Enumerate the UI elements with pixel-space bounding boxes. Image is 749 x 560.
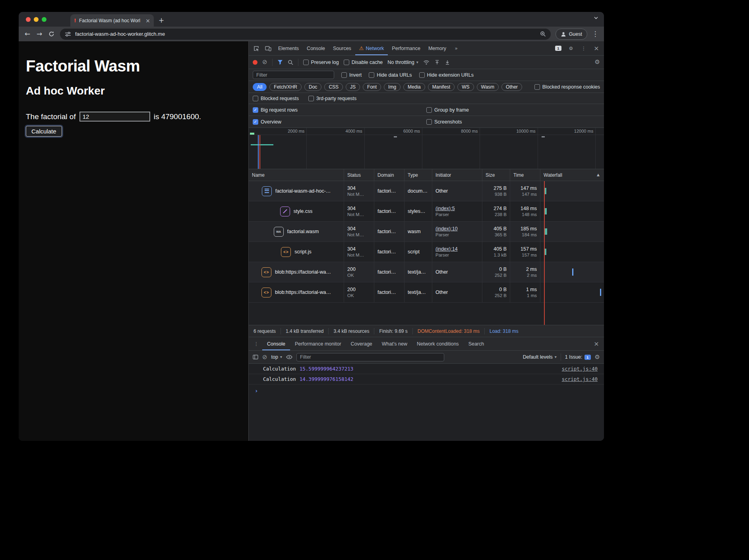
filter-chip-font[interactable]: Font — [363, 83, 381, 91]
clear-console-icon[interactable] — [262, 354, 267, 360]
site-settings-icon[interactable] — [65, 31, 71, 37]
live-expression-eye-icon[interactable] — [286, 355, 292, 359]
table-row[interactable]: script.js 304 Not M… factori… script (in… — [249, 242, 604, 262]
table-row[interactable]: factorial-wasm-ad-hoc-… 304 Not M… facto… — [249, 181, 604, 201]
url-text[interactable]: factorial-wasm-ad-hoc-worker.glitch.me — [75, 31, 536, 37]
drawer-tab-network-conditions[interactable]: Network conditions — [412, 337, 464, 350]
devtools-close-icon[interactable] — [590, 42, 602, 54]
browser-menu-button[interactable] — [590, 29, 601, 40]
export-har-icon[interactable] — [445, 60, 450, 65]
tab-elements[interactable]: Elements — [274, 41, 303, 55]
devtools-settings-icon[interactable] — [565, 42, 577, 54]
network-overview-timeline[interactable]: 2000 ms 4000 ms 6000 ms 8000 ms 10000 ms… — [249, 128, 604, 169]
more-tabs-icon[interactable] — [450, 42, 462, 54]
table-row[interactable]: style.css 304 Not M… factori… styles… (i… — [249, 201, 604, 222]
group-by-frame-checkbox[interactable]: Group by frame — [426, 107, 600, 113]
filter-chip-img[interactable]: Img — [384, 83, 401, 91]
column-header-status[interactable]: Status — [344, 169, 374, 181]
filter-chip-ws[interactable]: WS — [457, 83, 474, 91]
message-source-link[interactable]: script.js:40 — [562, 366, 598, 372]
console-filter-input[interactable] — [296, 353, 444, 361]
table-row[interactable]: blob:https://factorial-wa… 200 OK factor… — [249, 282, 604, 303]
console-prompt[interactable] — [249, 384, 604, 394]
issues-link[interactable]: 1 Issue: 1 — [565, 354, 591, 360]
blocked-response-cookies-checkbox[interactable]: Blocked response cookies — [534, 84, 600, 90]
drawer-close-icon[interactable] — [590, 338, 602, 350]
filter-chip-css[interactable]: CSS — [324, 83, 343, 91]
filter-funnel-icon[interactable] — [277, 60, 283, 65]
table-row[interactable]: factorial.wasm 304 Not M… factori… wasm … — [249, 222, 604, 242]
column-header-type[interactable]: Type — [404, 169, 432, 181]
search-icon[interactable] — [288, 60, 293, 65]
column-header-time[interactable]: Time — [510, 169, 540, 181]
filter-chip-all[interactable]: All — [253, 83, 267, 91]
filter-chip-media[interactable]: Media — [403, 83, 425, 91]
hide-data-urls-checkbox[interactable]: Hide data URLs — [369, 72, 412, 78]
record-network-log-button[interactable] — [253, 60, 257, 65]
initiator-link[interactable]: (index):10 — [435, 226, 458, 232]
overview-checkbox[interactable]: Overview — [253, 119, 426, 125]
filter-chip-wasm[interactable]: Wasm — [477, 83, 499, 91]
column-header-size[interactable]: Size — [482, 169, 510, 181]
column-header-domain[interactable]: Domain — [374, 169, 404, 181]
forward-button[interactable] — [34, 29, 45, 40]
log-levels-dropdown[interactable]: Default levels — [523, 354, 557, 360]
screenshots-checkbox[interactable]: Screenshots — [426, 119, 600, 125]
big-request-rows-checkbox[interactable]: Big request rows — [253, 107, 426, 113]
reload-button[interactable] — [46, 29, 57, 40]
factorial-input[interactable] — [79, 112, 150, 122]
tab-close-icon[interactable] — [145, 18, 150, 23]
profile-button[interactable]: Guest — [555, 29, 587, 40]
tab-performance[interactable]: Performance — [388, 41, 424, 55]
issues-counter[interactable]: 1 — [552, 42, 564, 54]
tab-console[interactable]: Console — [303, 41, 329, 55]
filter-chip-other[interactable]: Other — [501, 83, 522, 91]
zoom-window-button[interactable] — [42, 17, 46, 22]
throttling-dropdown[interactable]: No throttling — [387, 60, 418, 65]
tab-memory[interactable]: Memory — [424, 41, 450, 55]
message-source-link[interactable]: script.js:40 — [562, 376, 598, 382]
filter-chip-doc[interactable]: Doc — [304, 83, 321, 91]
back-button[interactable] — [22, 29, 33, 40]
column-header-waterfall[interactable]: Waterfall — [540, 169, 604, 181]
tab-search-chevron-icon[interactable] — [594, 16, 598, 19]
zoom-icon[interactable] — [540, 31, 546, 37]
network-conditions-icon[interactable] — [423, 60, 430, 65]
filter-chip-fetch-xhr[interactable]: Fetch/XHR — [269, 83, 302, 91]
devtools-menu-icon[interactable] — [578, 42, 590, 54]
new-tab-button[interactable] — [154, 14, 169, 27]
column-header-initiator[interactable]: Initiator — [432, 169, 482, 181]
blocked-requests-checkbox[interactable]: Blocked requests — [253, 96, 299, 101]
drawer-tab-performance-monitor[interactable]: Performance monitor — [290, 337, 346, 350]
address-bar[interactable]: factorial-wasm-ad-hoc-worker.glitch.me — [60, 29, 551, 40]
minimize-window-button[interactable] — [34, 17, 39, 22]
drawer-menu-icon[interactable] — [250, 338, 262, 350]
network-settings-icon[interactable] — [595, 59, 600, 65]
drawer-tab-search[interactable]: Search — [464, 337, 489, 350]
drawer-tab-console[interactable]: Console — [262, 337, 290, 350]
close-window-button[interactable] — [26, 17, 31, 22]
device-toolbar-icon[interactable] — [262, 42, 274, 54]
execution-context-dropdown[interactable]: top — [271, 354, 282, 360]
disable-cache-checkbox[interactable]: Disable cache — [344, 60, 383, 65]
console-sidebar-icon[interactable] — [253, 355, 258, 359]
filter-chip-manifest[interactable]: Manifest — [428, 83, 455, 91]
import-har-icon[interactable] — [434, 60, 440, 65]
table-row[interactable]: blob:https://factorial-wa… 200 OK factor… — [249, 262, 604, 282]
browser-tab[interactable]: Factorial Wasm (ad hoc Worl — [70, 14, 154, 27]
filter-chip-js[interactable]: JS — [346, 83, 360, 91]
tab-network[interactable]: Network — [355, 41, 388, 55]
hide-extension-urls-checkbox[interactable]: Hide extension URLs — [419, 72, 474, 78]
clear-network-log-icon[interactable] — [262, 59, 267, 65]
inspect-element-icon[interactable] — [250, 42, 262, 54]
initiator-link[interactable]: (index):14 — [435, 246, 458, 252]
tab-sources[interactable]: Sources — [329, 41, 355, 55]
drawer-tab-whats-new[interactable]: What's new — [377, 337, 412, 350]
calculate-button[interactable]: Calculate — [26, 126, 62, 137]
invert-checkbox[interactable]: Invert — [341, 72, 362, 78]
preserve-log-checkbox[interactable]: Preserve log — [303, 60, 339, 65]
third-party-requests-checkbox[interactable]: 3rd-party requests — [308, 96, 356, 101]
column-header-name[interactable]: Name — [249, 169, 344, 181]
network-filter-input[interactable] — [253, 71, 334, 79]
drawer-tab-coverage[interactable]: Coverage — [346, 337, 377, 350]
